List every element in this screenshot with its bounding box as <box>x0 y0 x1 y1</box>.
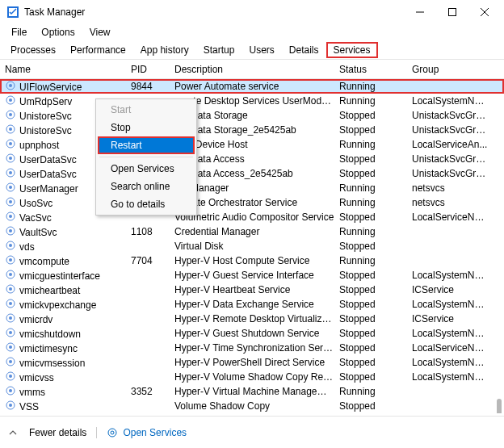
cell-name: VaultSvc <box>19 227 57 238</box>
col-group[interactable]: Group <box>412 64 493 75</box>
svg-point-17 <box>9 157 12 160</box>
tab-performance[interactable]: Performance <box>63 42 133 58</box>
table-row[interactable]: vmictimesyncHyper-V Time Synchronization… <box>0 341 504 355</box>
table-row[interactable]: UnistoreSvcser Data Storage_2e5425abStop… <box>0 123 504 137</box>
tab-details[interactable]: Details <box>282 42 326 58</box>
cell-status: Stopped <box>339 400 412 412</box>
cell-status: Stopped <box>339 153 412 165</box>
ctx-open-services[interactable]: Open Services <box>98 160 195 178</box>
service-icon <box>5 110 16 119</box>
cell-name: UsoSvc <box>19 198 52 209</box>
col-name[interactable]: Name <box>5 64 131 75</box>
service-icon <box>5 255 16 265</box>
scrollbar-thumb[interactable] <box>497 399 502 413</box>
ctx-restart[interactable]: Restart <box>98 136 195 154</box>
cell-desc: Power Automate service <box>174 81 339 92</box>
cell-status: Stopped <box>339 371 412 383</box>
cell-group: LocalServiceNe... <box>412 211 493 223</box>
table-row[interactable]: vmicheartbeatHyper-V Heartbeat ServiceSt… <box>0 283 504 297</box>
svg-point-43 <box>9 345 12 349</box>
tab-apphistory[interactable]: App history <box>133 42 196 58</box>
cell-status: Stopped <box>339 124 412 136</box>
service-icon <box>5 357 16 366</box>
cell-desc: PnP Device Host <box>174 139 339 150</box>
menu-options[interactable]: Options <box>35 25 81 40</box>
table-row[interactable]: UserDataSvcser Data AccessStoppedUnistac… <box>0 152 504 166</box>
cell-status: Stopped <box>339 313 412 324</box>
cell-status: Stopped <box>339 241 412 252</box>
cell-desc: Hyper-V PowerShell Direct Service <box>174 357 339 368</box>
ctx-stop[interactable]: Stop <box>98 119 195 136</box>
cell-name: UserManager <box>19 183 78 195</box>
table-row[interactable]: vmicshutdownHyper-V Guest Shutdown Servi… <box>0 326 504 341</box>
open-services-link[interactable]: Open Services <box>107 427 187 438</box>
svg-point-37 <box>9 302 12 305</box>
table-row[interactable]: vmcompute7704Hyper-V Host Compute Servic… <box>0 253 504 268</box>
tab-services[interactable]: Services <box>326 42 378 58</box>
col-description[interactable]: Description <box>174 64 339 75</box>
app-icon <box>6 6 19 19</box>
service-icon <box>5 168 16 178</box>
cell-group: LocalSystemNe... <box>412 328 493 339</box>
svg-point-7 <box>9 84 12 87</box>
service-icon <box>5 81 16 90</box>
tabbar: Processes Performance App history Startu… <box>0 40 504 60</box>
svg-point-51 <box>9 404 12 407</box>
cell-group: LocalSystemNe... <box>412 299 493 310</box>
table-row[interactable]: UnistoreSvcser Data StorageStoppedUnista… <box>0 108 504 123</box>
col-status[interactable]: Status <box>339 64 412 75</box>
table-row[interactable]: UIFlowService9844Power Automate serviceR… <box>0 79 504 94</box>
cell-group: netsvcs <box>412 197 493 208</box>
tab-startup[interactable]: Startup <box>196 42 242 58</box>
cell-name: UnistoreSvc <box>19 111 72 122</box>
ctx-go-to-details[interactable]: Go to details <box>98 195 195 213</box>
table-row[interactable]: vmicvmsessionHyper-V PowerShell Direct S… <box>0 355 504 370</box>
service-icon <box>5 400 16 410</box>
table-row[interactable]: UserDataSvcser Data Access_2e5425abStopp… <box>0 166 504 181</box>
maximize-button[interactable] <box>436 1 468 23</box>
cell-status: Running <box>339 95 412 107</box>
cell-desc: ser Data Access <box>174 153 339 165</box>
cell-group: ICService <box>412 313 493 324</box>
fewer-details-button[interactable]: Fewer details <box>29 427 86 438</box>
service-icon <box>5 182 16 192</box>
minimize-button[interactable] <box>404 1 436 23</box>
cell-desc: Virtual Disk <box>174 241 339 252</box>
table-row[interactable]: vmms3352Hyper-V Virtual Machine Manageme… <box>0 384 504 399</box>
table-row[interactable]: vdsVirtual DiskStopped <box>0 239 504 253</box>
table-row[interactable]: vmickvpexchangeHyper-V Data Exchange Ser… <box>0 297 504 312</box>
table-row[interactable]: vmicguestinterfaceHyper-V Guest Service … <box>0 268 504 283</box>
menu-file[interactable]: File <box>5 25 33 40</box>
footer-divider <box>96 427 97 438</box>
cell-desc: emote Desktop Services UserMode ... <box>174 95 339 107</box>
chevron-up-icon <box>8 428 18 438</box>
table-row[interactable]: UserManagerser ManagerRunningnetsvcs <box>0 181 504 195</box>
table-row[interactable]: vmicvssHyper-V Volume Shadow Copy Reque.… <box>0 370 504 384</box>
cell-group: LocalSystemNe... <box>412 95 493 107</box>
menu-view[interactable]: View <box>83 25 117 40</box>
ctx-search-online[interactable]: Search online <box>98 178 195 195</box>
tab-processes[interactable]: Processes <box>3 42 63 58</box>
service-icon <box>5 226 16 236</box>
cell-status: Running <box>339 81 412 92</box>
close-button[interactable] <box>468 1 501 23</box>
cell-desc: Volume Shadow Copy <box>174 400 339 412</box>
table-row[interactable]: upnphostPnP Device HostRunningLocalServi… <box>0 137 504 152</box>
cell-pid: 1108 <box>131 226 174 237</box>
svg-point-13 <box>9 128 12 131</box>
col-pid[interactable]: PID <box>131 64 174 75</box>
table-row[interactable]: vmicrdvHyper-V Remote Desktop Virtualiza… <box>0 312 504 326</box>
cell-desc: Hyper-V Heartbeat Service <box>174 284 339 295</box>
cell-group: UnistackSvcGro... <box>412 153 493 165</box>
service-icon <box>5 284 16 294</box>
tab-users[interactable]: Users <box>242 42 281 58</box>
table-row[interactable]: UmRdpServemote Desktop Services UserMode… <box>0 94 504 108</box>
table-row[interactable]: VSSVolume Shadow CopyStopped <box>0 399 504 413</box>
cell-status: Stopped <box>339 168 412 179</box>
service-icon <box>5 153 16 163</box>
window-title: Task Manager <box>24 6 404 18</box>
table-row[interactable]: UsoSvc12696Update Orchestrator ServiceRu… <box>0 195 504 210</box>
table-row[interactable]: VacSvcVolumetric Audio Compositor Servic… <box>0 210 504 224</box>
open-services-label: Open Services <box>123 427 187 438</box>
table-row[interactable]: VaultSvc1108Credential ManagerRunning <box>0 224 504 239</box>
